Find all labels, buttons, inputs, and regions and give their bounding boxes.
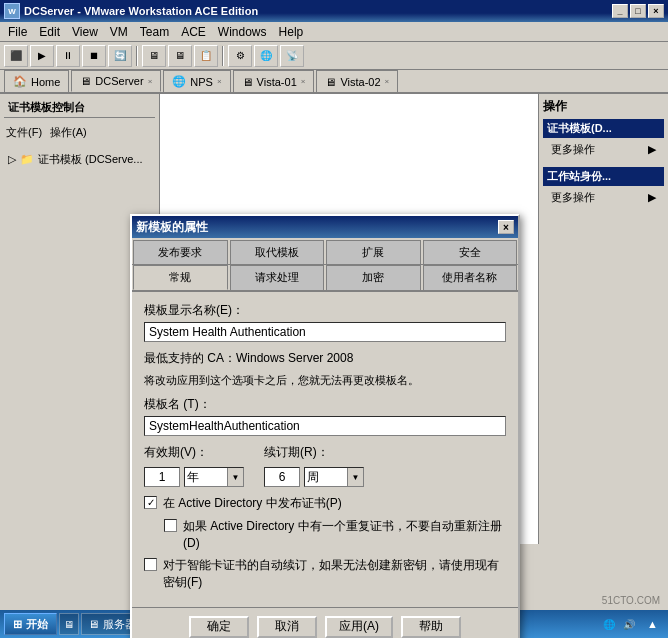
start-label: 开始 (26, 617, 48, 632)
validity-label: 有效期(V)： (144, 444, 244, 461)
left-menu-bar: 文件(F) 操作(A) (4, 122, 155, 142)
help-button[interactable]: 帮助 (401, 616, 461, 638)
left-panel-title: 证书模板控制台 (4, 98, 155, 118)
checkbox2-label: 如果 Active Directory 中有一个重复证书，不要自动重新注册(D) (183, 518, 506, 552)
watermark: 51CTO.COM (602, 595, 660, 606)
dialog-new-template: 新模板的属性 × 发布要求 取代模板 扩展 安全 常规 请求处理 加密 使用者名… (130, 214, 520, 638)
validity-unit-label: 年 (185, 469, 227, 486)
menu-ace[interactable]: ACE (175, 23, 212, 41)
dialog-buttons: 确定 取消 应用(A) 帮助 (132, 607, 518, 638)
menu-windows[interactable]: Windows (212, 23, 273, 41)
validity-input-row: 年 ▼ (144, 467, 244, 487)
checkbox-smartcard-renew[interactable] (144, 558, 157, 571)
dialog-tab-extensions[interactable]: 扩展 (326, 240, 421, 264)
dialog-tab-publish[interactable]: 发布要求 (133, 240, 228, 264)
tab-vista01[interactable]: 🖥 Vista-01 × (233, 70, 315, 92)
dialog-tab-subject[interactable]: 使用者名称 (423, 265, 518, 290)
taskbar-right: 🌐 🔊 ▲ (601, 616, 664, 632)
dialog-title: 新模板的属性 (136, 219, 498, 236)
more-actions-label-1: 更多操作 (551, 142, 595, 157)
toolbar-btn-6[interactable]: 🖥 (142, 45, 166, 67)
checkbox-publish-ad[interactable] (144, 496, 157, 509)
right-item-more-actions-2[interactable]: 更多操作 ▶ (543, 188, 664, 207)
tab-vista02-close[interactable]: × (385, 77, 390, 86)
dialog-title-bar: 新模板的属性 × (132, 216, 518, 238)
toolbar-btn-8[interactable]: 📋 (194, 45, 218, 67)
tree-item-certtmpl[interactable]: ▷ 📁 证书模板 (DCServe... (4, 150, 155, 169)
dialog-tab-request[interactable]: 请求处理 (230, 265, 325, 290)
display-name-input[interactable] (144, 322, 506, 342)
right-panel-header: 操作 (543, 98, 664, 115)
toolbar-btn-3[interactable]: ⏸ (56, 45, 80, 67)
validity-renewal-row: 有效期(V)： 年 ▼ 续订期(R)： (144, 444, 506, 487)
tab-vista01-label: Vista-01 (257, 76, 297, 88)
tab-dcserver-close[interactable]: × (148, 77, 153, 86)
toolbar-separator-2 (222, 46, 224, 66)
validity-value-input[interactable] (144, 467, 180, 487)
apply-button[interactable]: 应用(A) (325, 616, 393, 638)
menu-help[interactable]: Help (273, 23, 310, 41)
close-button[interactable]: × (648, 4, 664, 18)
menu-view[interactable]: View (66, 23, 104, 41)
dialog-tab-security[interactable]: 安全 (423, 240, 518, 264)
checkbox1-row: 在 Active Directory 中发布证书(P) (144, 495, 506, 512)
desktop-icon: 🖥 (64, 619, 74, 630)
main-area: 证书模板控制台 文件(F) 操作(A) ▷ 📁 证书模板 (DCServe...… (0, 94, 668, 544)
ok-button[interactable]: 确定 (189, 616, 249, 638)
start-button[interactable]: ⊞ 开始 (4, 613, 57, 635)
tab-dcserver-label: DCServer (95, 75, 143, 87)
validity-unit-select[interactable]: 年 ▼ (184, 467, 244, 487)
renewal-unit-arrow: ▼ (347, 468, 363, 486)
taskbar-desktop-btn[interactable]: 🖥 (59, 613, 79, 635)
more-actions-label-2: 更多操作 (551, 190, 595, 205)
vista02-icon: 🖥 (325, 76, 336, 88)
dialog-close-button[interactable]: × (498, 220, 514, 234)
warn-text: 将改动应用到这个选项卡之后，您就无法再更改模板名。 (144, 373, 506, 388)
toolbar-btn-4[interactable]: ⏹ (82, 45, 106, 67)
toolbar-btn-9[interactable]: ⚙ (228, 45, 252, 67)
toolbar-btn-1[interactable]: ⬛ (4, 45, 28, 67)
renewal-label: 续订期(R)： (264, 444, 364, 461)
tray-network-icon: 🌐 (601, 616, 617, 632)
toolbar: ⬛ ▶ ⏸ ⏹ 🔄 🖥 🖥 📋 ⚙ 🌐 📡 (0, 42, 668, 70)
toolbar-btn-2[interactable]: ▶ (30, 45, 54, 67)
home-icon: 🏠 (13, 75, 27, 88)
maximize-button[interactable]: □ (630, 4, 646, 18)
menu-bar: File Edit View VM Team ACE Windows Help (0, 22, 668, 42)
cancel-button[interactable]: 取消 (257, 616, 317, 638)
right-panel: 操作 证书模板(D... 更多操作 ▶ 工作站身份... 更多操作 ▶ (538, 94, 668, 544)
renewal-unit-label: 周 (305, 469, 347, 486)
dialog-tab-general[interactable]: 常规 (133, 265, 228, 290)
checkbox-no-reenroll[interactable] (164, 519, 177, 532)
tab-dcserver[interactable]: 🖥 DCServer × (71, 70, 161, 92)
toolbar-btn-5[interactable]: 🔄 (108, 45, 132, 67)
tab-nps-close[interactable]: × (217, 77, 222, 86)
minimize-button[interactable]: _ (612, 4, 628, 18)
tab-home[interactable]: 🏠 Home (4, 70, 69, 92)
toolbar-btn-10[interactable]: 🌐 (254, 45, 278, 67)
dialog-tab-crypto[interactable]: 加密 (326, 265, 421, 290)
tab-vista01-close[interactable]: × (301, 77, 306, 86)
menu-vm[interactable]: VM (104, 23, 134, 41)
tab-nps[interactable]: 🌐 NPS × (163, 70, 230, 92)
tab-vista02[interactable]: 🖥 Vista-02 × (316, 70, 398, 92)
app-icon: W (4, 3, 20, 19)
dialog-tab-replace[interactable]: 取代模板 (230, 240, 325, 264)
menu-edit[interactable]: Edit (33, 23, 66, 41)
system-clock: ▲ (641, 618, 664, 630)
tree-folder-icon: 📁 (20, 153, 34, 166)
right-item-more-actions-1[interactable]: 更多操作 ▶ (543, 140, 664, 159)
toolbar-btn-11[interactable]: 📡 (280, 45, 304, 67)
min-ca-info: 最低支持的 CA：Windows Server 2008 (144, 350, 506, 367)
menu-file[interactable]: File (2, 23, 33, 41)
left-menu-file[interactable]: 文件(F) (6, 125, 42, 140)
toolbar-btn-7[interactable]: 🖥 (168, 45, 192, 67)
template-name-row: 模板名 (T)： (144, 396, 506, 436)
renewal-value-input[interactable] (264, 467, 300, 487)
window-title: DCServer - VMware Workstation ACE Editio… (24, 5, 612, 17)
template-name-input[interactable] (144, 416, 506, 436)
left-menu-action[interactable]: 操作(A) (50, 125, 87, 140)
display-name-row: 模板显示名称(E)： (144, 302, 506, 342)
renewal-unit-select[interactable]: 周 ▼ (304, 467, 364, 487)
menu-team[interactable]: Team (134, 23, 175, 41)
